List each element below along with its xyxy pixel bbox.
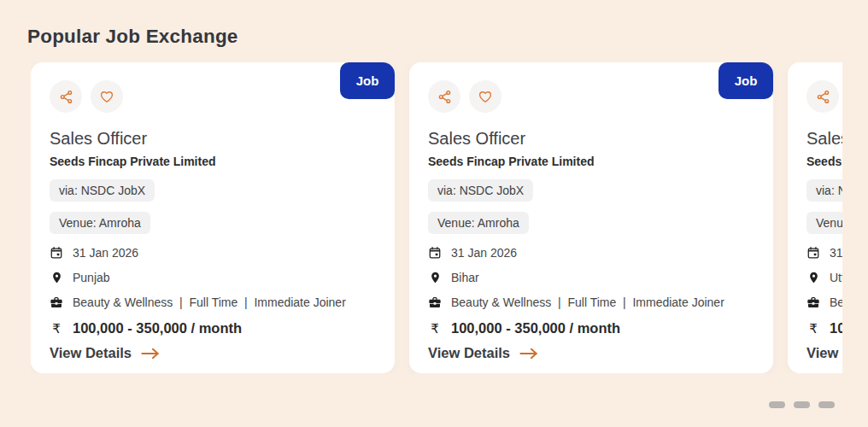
location-pin-icon xyxy=(50,271,63,284)
salary-row: ₹ 100,000 - 350,000 / month xyxy=(806,320,842,336)
arrow-right-icon xyxy=(140,347,161,360)
job-salary: 100,000 - 350,000 / month xyxy=(830,320,842,336)
company-name: Seeds Fincap Private Limited xyxy=(50,155,376,169)
calendar-icon xyxy=(50,246,63,260)
category-row: Beauty & Wellness | Full Time | Immediat… xyxy=(50,295,376,309)
view-details-link[interactable]: View Details xyxy=(50,345,161,361)
job-carousel-viewport: Job Sales Officer Seeds Fincap Private L… xyxy=(31,62,842,373)
calendar-icon xyxy=(806,246,820,260)
company-name: Seeds Fincap Private Limited xyxy=(428,155,754,169)
share-button[interactable] xyxy=(806,80,839,113)
view-details-label: View Details xyxy=(806,345,842,361)
date-row: 31 Jan 2026 xyxy=(50,246,376,260)
via-tag: via: NSDC JobX xyxy=(50,179,155,202)
job-type-badge: Job xyxy=(718,62,773,99)
salary-row: ₹ 100,000 - 350,000 / month xyxy=(428,320,754,336)
pagination-dot[interactable] xyxy=(794,401,810,408)
venue-tag: Venue: Amroha xyxy=(428,212,529,234)
date-row: 31 Jan 2026 xyxy=(806,246,842,260)
job-card: Job Sales Officer Seeds Fincap Private L… xyxy=(409,62,773,373)
rupee-icon: ₹ xyxy=(806,321,820,336)
heart-icon xyxy=(478,89,493,104)
location-row: Uttar Pradesh xyxy=(806,271,842,284)
via-tag: via: NSDC JobX xyxy=(806,179,842,202)
job-type-badge: Job xyxy=(340,62,395,99)
job-title: Sales Officer xyxy=(50,128,376,149)
card-action-icons xyxy=(806,80,842,113)
share-icon xyxy=(816,90,830,104)
view-details-link[interactable]: View Details xyxy=(806,345,842,361)
view-details-label: View Details xyxy=(50,345,132,361)
category-row: Beauty & Wellness | Full Time | Immediat… xyxy=(428,295,754,309)
rupee-icon: ₹ xyxy=(428,321,442,336)
pagination-dot[interactable] xyxy=(818,401,835,408)
job-date: 31 Jan 2026 xyxy=(830,246,842,260)
job-card: Job Sales Officer Seeds Fincap Private L… xyxy=(31,62,395,373)
calendar-icon xyxy=(428,246,442,260)
share-button[interactable] xyxy=(428,80,460,113)
job-date: 31 Jan 2026 xyxy=(451,246,517,260)
share-button[interactable] xyxy=(50,80,82,113)
view-details-link[interactable]: View Details xyxy=(428,345,540,361)
job-card: Job Sales Officer Seeds Fincap Private L… xyxy=(788,62,842,373)
pagination-dot[interactable] xyxy=(769,401,785,408)
job-title: Sales Officer xyxy=(806,128,842,149)
card-action-icons xyxy=(50,80,376,113)
card-action-icons xyxy=(428,80,754,113)
share-icon xyxy=(437,90,452,104)
job-date: 31 Jan 2026 xyxy=(73,246,138,260)
job-category-line: Beauty & Wellness | Full Time | Immediat… xyxy=(73,295,346,309)
briefcase-icon xyxy=(50,295,63,309)
briefcase-icon xyxy=(428,295,442,309)
via-tag: via: NSDC JobX xyxy=(428,179,533,202)
job-salary: 100,000 - 350,000 / month xyxy=(73,320,242,336)
date-row: 31 Jan 2026 xyxy=(428,246,754,260)
favorite-button[interactable] xyxy=(91,80,123,113)
job-location: Punjab xyxy=(73,271,110,284)
venue-tag: Venue: Amroha xyxy=(50,212,150,234)
category-row: Beauty & Wellness | Full Time | Immediat… xyxy=(806,295,842,309)
location-row: Bihar xyxy=(428,271,754,284)
salary-row: ₹ 100,000 - 350,000 / month xyxy=(50,320,376,336)
view-details-label: View Details xyxy=(428,345,510,361)
location-pin-icon xyxy=(806,271,820,284)
arrow-right-icon xyxy=(519,347,540,360)
job-location: Bihar xyxy=(451,271,479,284)
job-salary: 100,000 - 350,000 / month xyxy=(451,320,620,336)
share-icon xyxy=(59,90,73,104)
heart-icon xyxy=(99,89,114,104)
carousel-pagination xyxy=(769,401,835,408)
location-pin-icon xyxy=(428,271,442,284)
section-title: Popular Job Exchange xyxy=(27,26,868,48)
venue-tag: Venue: Amroha xyxy=(806,212,842,234)
company-name: Seeds Fincap Private Limited xyxy=(806,155,842,169)
favorite-button[interactable] xyxy=(469,80,501,113)
job-title: Sales Officer xyxy=(428,128,754,149)
job-carousel-track: Job Sales Officer Seeds Fincap Private L… xyxy=(31,62,842,373)
job-location: Uttar Pradesh xyxy=(830,271,842,284)
location-row: Punjab xyxy=(50,271,376,284)
briefcase-icon xyxy=(806,295,820,309)
job-category-line: Beauty & Wellness | Full Time | Immediat… xyxy=(451,295,724,309)
rupee-icon: ₹ xyxy=(50,321,63,336)
job-category-line: Beauty & Wellness | Full Time | Immediat… xyxy=(830,295,842,309)
